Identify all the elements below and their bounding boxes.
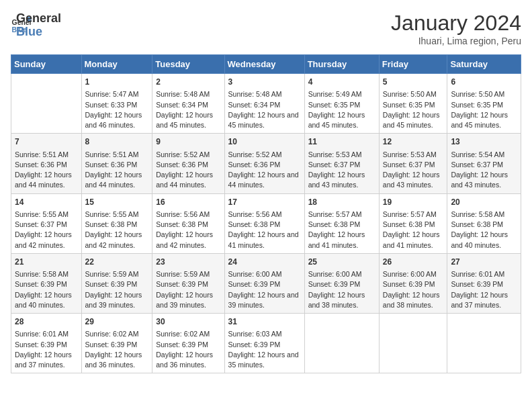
- daylight-text: Daylight: 12 hours and 42 minutes.: [156, 230, 221, 250]
- sunrise-text: Sunrise: 5:57 AM: [383, 210, 445, 220]
- day-number: 12: [383, 136, 445, 148]
- daylight-text: Daylight: 12 hours and 46 minutes.: [85, 110, 150, 130]
- sunrise-text: Sunrise: 5:55 AM: [15, 210, 79, 220]
- calendar-cell: 16Sunrise: 5:56 AMSunset: 6:38 PMDayligh…: [152, 193, 224, 253]
- day-number: 6: [451, 77, 518, 88]
- sunrise-text: Sunrise: 5:56 AM: [156, 210, 221, 220]
- sunrise-text: Sunrise: 5:58 AM: [451, 210, 518, 220]
- sunrise-text: Sunrise: 5:47 AM: [85, 89, 150, 99]
- sunrise-text: Sunrise: 5:50 AM: [383, 89, 445, 99]
- sunrise-text: Sunrise: 6:01 AM: [451, 269, 518, 279]
- calendar-cell: 29Sunrise: 6:02 AMSunset: 6:39 PMDayligh…: [81, 314, 152, 373]
- sunset-text: Sunset: 6:38 PM: [228, 220, 302, 230]
- sunset-text: Sunset: 6:36 PM: [85, 160, 150, 170]
- sunrise-text: Sunrise: 6:02 AM: [156, 329, 221, 339]
- logo-text-general: General: [16, 12, 61, 26]
- calendar-cell: 31Sunrise: 6:03 AMSunset: 6:39 PMDayligh…: [224, 314, 304, 373]
- daylight-text: Daylight: 12 hours and 36 minutes.: [156, 350, 221, 370]
- calendar-cell: 12Sunrise: 5:53 AMSunset: 6:37 PMDayligh…: [379, 134, 447, 193]
- sunset-text: Sunset: 6:39 PM: [451, 279, 518, 289]
- daylight-text: Daylight: 12 hours and 41 minutes.: [228, 230, 302, 250]
- title-block: January 2024 Ihuari, Lima region, Peru: [391, 11, 521, 46]
- calendar-cell: 18Sunrise: 5:57 AMSunset: 6:38 PMDayligh…: [304, 193, 379, 253]
- daylight-text: Daylight: 12 hours and 40 minutes.: [451, 230, 518, 250]
- daylight-text: Daylight: 12 hours and 44 minutes.: [15, 170, 79, 190]
- sunrise-text: Sunrise: 6:01 AM: [15, 329, 79, 339]
- day-number: 7: [15, 136, 79, 148]
- daylight-text: Daylight: 12 hours and 41 minutes.: [308, 230, 376, 250]
- calendar-cell: [379, 314, 447, 373]
- calendar-cell: 23Sunrise: 5:59 AMSunset: 6:39 PMDayligh…: [152, 253, 224, 313]
- sunset-text: Sunset: 6:39 PM: [156, 279, 221, 289]
- daylight-text: Daylight: 12 hours and 43 minutes.: [383, 170, 445, 190]
- calendar-cell: 1Sunrise: 5:47 AMSunset: 6:33 PMDaylight…: [81, 74, 152, 134]
- calendar-cell: 2Sunrise: 5:48 AMSunset: 6:34 PMDaylight…: [152, 74, 224, 134]
- calendar-cell: 28Sunrise: 6:01 AMSunset: 6:39 PMDayligh…: [11, 314, 82, 373]
- day-number: 17: [228, 197, 302, 208]
- calendar-cell: 6Sunrise: 5:50 AMSunset: 6:35 PMDaylight…: [447, 74, 521, 134]
- sunset-text: Sunset: 6:39 PM: [85, 279, 150, 289]
- sunrise-text: Sunrise: 6:00 AM: [308, 269, 376, 279]
- sunset-text: Sunset: 6:36 PM: [156, 160, 221, 170]
- day-number: 11: [308, 136, 376, 148]
- day-number: 29: [85, 316, 150, 328]
- sunset-text: Sunset: 6:39 PM: [308, 279, 376, 289]
- daylight-text: Daylight: 12 hours and 40 minutes.: [15, 290, 79, 310]
- col-header-tuesday: Tuesday: [152, 55, 224, 74]
- sunrise-text: Sunrise: 6:00 AM: [383, 269, 445, 279]
- sunrise-text: Sunrise: 5:51 AM: [85, 150, 150, 160]
- daylight-text: Daylight: 12 hours and 45 minutes.: [156, 110, 221, 130]
- col-header-sunday: Sunday: [11, 55, 82, 74]
- daylight-text: Daylight: 12 hours and 36 minutes.: [85, 350, 150, 370]
- sunset-text: Sunset: 6:36 PM: [228, 160, 302, 170]
- sunrise-text: Sunrise: 5:57 AM: [308, 210, 376, 220]
- calendar-week-2: 7Sunrise: 5:51 AMSunset: 6:36 PMDaylight…: [11, 134, 521, 193]
- calendar-cell: 13Sunrise: 5:54 AMSunset: 6:37 PMDayligh…: [447, 134, 521, 193]
- sunrise-text: Sunrise: 5:54 AM: [451, 150, 518, 160]
- daylight-text: Daylight: 12 hours and 45 minutes.: [383, 110, 445, 130]
- day-number: 27: [451, 257, 518, 268]
- calendar-cell: 7Sunrise: 5:51 AMSunset: 6:36 PMDaylight…: [11, 134, 82, 193]
- sunset-text: Sunset: 6:37 PM: [308, 160, 376, 170]
- day-number: 30: [156, 316, 221, 328]
- col-header-friday: Friday: [379, 55, 447, 74]
- calendar-table: SundayMondayTuesdayWednesdayThursdayFrid…: [11, 54, 521, 373]
- sunset-text: Sunset: 6:38 PM: [383, 220, 445, 230]
- day-number: 21: [15, 257, 79, 268]
- daylight-text: Daylight: 12 hours and 42 minutes.: [85, 230, 150, 250]
- day-number: 23: [156, 257, 221, 268]
- daylight-text: Daylight: 12 hours and 39 minutes.: [156, 290, 221, 310]
- calendar-cell: 8Sunrise: 5:51 AMSunset: 6:36 PMDaylight…: [81, 134, 152, 193]
- day-number: 24: [228, 257, 302, 268]
- daylight-text: Daylight: 12 hours and 37 minutes.: [15, 350, 79, 370]
- daylight-text: Daylight: 12 hours and 39 minutes.: [228, 290, 302, 310]
- col-header-wednesday: Wednesday: [224, 55, 304, 74]
- calendar-cell: 9Sunrise: 5:52 AMSunset: 6:36 PMDaylight…: [152, 134, 224, 193]
- daylight-text: Daylight: 12 hours and 38 minutes.: [308, 290, 376, 310]
- calendar-cell: 26Sunrise: 6:00 AMSunset: 6:39 PMDayligh…: [379, 253, 447, 313]
- calendar-week-3: 14Sunrise: 5:55 AMSunset: 6:37 PMDayligh…: [11, 193, 521, 253]
- sunset-text: Sunset: 6:38 PM: [451, 220, 518, 230]
- sunset-text: Sunset: 6:34 PM: [228, 100, 302, 110]
- col-header-saturday: Saturday: [447, 55, 521, 74]
- sunset-text: Sunset: 6:38 PM: [156, 220, 221, 230]
- sunrise-text: Sunrise: 5:55 AM: [85, 210, 150, 220]
- day-number: 14: [15, 197, 79, 208]
- calendar-cell: [304, 314, 379, 373]
- col-header-thursday: Thursday: [304, 55, 379, 74]
- day-number: 9: [156, 136, 221, 148]
- calendar-cell: 14Sunrise: 5:55 AMSunset: 6:37 PMDayligh…: [11, 193, 82, 253]
- daylight-text: Daylight: 12 hours and 45 minutes.: [228, 110, 302, 130]
- sunset-text: Sunset: 6:35 PM: [383, 100, 445, 110]
- day-number: 10: [228, 136, 302, 148]
- calendar-week-1: 1Sunrise: 5:47 AMSunset: 6:33 PMDaylight…: [11, 74, 521, 134]
- sunrise-text: Sunrise: 5:52 AM: [228, 150, 302, 160]
- sunrise-text: Sunrise: 5:48 AM: [156, 89, 221, 99]
- day-number: 28: [15, 316, 79, 328]
- page-subtitle: Ihuari, Lima region, Peru: [391, 36, 521, 46]
- calendar-week-4: 21Sunrise: 5:58 AMSunset: 6:39 PMDayligh…: [11, 253, 521, 313]
- calendar-cell: 10Sunrise: 5:52 AMSunset: 6:36 PMDayligh…: [224, 134, 304, 193]
- calendar-cell: 17Sunrise: 5:56 AMSunset: 6:38 PMDayligh…: [224, 193, 304, 253]
- sunrise-text: Sunrise: 5:59 AM: [156, 269, 221, 279]
- day-number: 4: [308, 77, 376, 88]
